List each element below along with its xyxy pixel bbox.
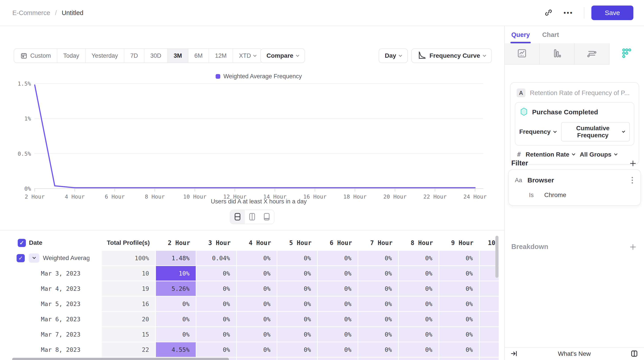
more-options-button[interactable]: ••• xyxy=(560,6,577,20)
range-button-6m[interactable]: 6M xyxy=(188,49,209,62)
frequency-dropdown[interactable]: Frequency xyxy=(519,128,556,135)
filter-value[interactable]: Chrome xyxy=(544,192,566,198)
topbar-divider xyxy=(584,7,584,18)
retention-value-cell: 0% xyxy=(318,281,358,296)
retention-value-cell: 0% xyxy=(196,296,237,312)
layout-split-horizontal-button[interactable] xyxy=(230,210,245,224)
measure-dropdown[interactable]: Retention Rate xyxy=(526,151,575,158)
table-horizontal-scrollbar[interactable] xyxy=(12,358,229,360)
retention-table: ✓DateTotal Profile(s)2 Hour3 Hour4 Hour5… xyxy=(16,235,499,360)
retention-value-cell: 0% xyxy=(439,281,480,296)
query-sidebar: Query Chart xyxy=(505,26,644,360)
retention-value-cell: 0% xyxy=(480,281,499,296)
toggle-panel-button[interactable] xyxy=(630,350,638,358)
retention-value-cell: 0% xyxy=(156,296,196,312)
retention-value-cell: 0% xyxy=(277,251,318,266)
retention-value-cell: 0% xyxy=(156,312,196,327)
breadcrumb-project[interactable]: E-Commerce xyxy=(12,9,50,16)
range-button-today[interactable]: Today xyxy=(57,49,86,62)
query-step-header[interactable]: A Retention Rate of Frequency of P... xyxy=(515,88,634,102)
layout-bottom-panel-button[interactable] xyxy=(260,210,274,224)
breadcrumb-report-title[interactable]: Untitled xyxy=(62,9,84,16)
report-controls: CustomTodayYesterday7D30D3M6M12MXTD Comp… xyxy=(0,48,504,63)
expand-row-button[interactable] xyxy=(29,254,39,263)
breadcrumb-separator: / xyxy=(55,9,57,16)
chevron-down-icon xyxy=(614,152,618,156)
table-vertical-scrollbar[interactable] xyxy=(496,236,498,278)
svg-text:0.5%: 0.5% xyxy=(18,150,31,157)
save-button[interactable]: Save xyxy=(591,6,634,20)
kebab-menu-icon[interactable] xyxy=(630,176,634,185)
chart-type-bar-tab[interactable] xyxy=(540,43,574,64)
chart-type-retention-tab[interactable] xyxy=(610,43,644,64)
retention-value-cell: 0% xyxy=(318,342,358,358)
range-button-12m[interactable]: 12M xyxy=(209,49,233,62)
query-step-card: A Retention Rate of Frequency of P... Pu… xyxy=(510,82,639,165)
row-checkbox-checked[interactable]: ✓ xyxy=(16,254,25,262)
column-header-total-profile-s-: Total Profile(s) xyxy=(102,235,156,251)
retention-value-cell: 0% xyxy=(399,281,439,296)
retention-value-cell: 0% xyxy=(318,296,358,312)
filter-card[interactable]: Aa Browser Is Chrome xyxy=(508,170,641,206)
retention-value-cell: 0% xyxy=(156,327,196,342)
range-button-7d[interactable]: 7D xyxy=(124,49,144,62)
tab-chart[interactable]: Chart xyxy=(542,26,559,43)
chart-legend: Weighted Average Frequency xyxy=(34,73,483,80)
range-button-custom[interactable]: Custom xyxy=(14,49,57,62)
retention-value-cell: 0% xyxy=(277,312,318,327)
date-cell: Mar 3, 2023 xyxy=(16,266,102,281)
range-button-yesterday[interactable]: Yesterday xyxy=(86,49,124,62)
retention-value-cell: 1.48% xyxy=(156,251,196,266)
granularity-label: Day xyxy=(385,52,396,59)
layout-split-vertical-button[interactable] xyxy=(245,210,260,224)
chart-type-flow-tab[interactable] xyxy=(574,43,610,64)
retention-dots-icon xyxy=(621,48,633,60)
table-body: ✓Weighted Average ...100%1.48%0.04%0%0%0… xyxy=(16,251,499,360)
retention-value-cell xyxy=(277,358,318,360)
retention-value-cell: 0% xyxy=(237,296,277,312)
collapse-sidebar-button[interactable] xyxy=(510,350,518,358)
frequency-line-chart[interactable]: 0%0.5%1%1.5%2 Hour4 Hour6 Hour8 Hour10 H… xyxy=(0,80,504,204)
retention-value-cell xyxy=(318,358,358,360)
retention-value-cell: 0% xyxy=(399,296,439,312)
line-chart-icon xyxy=(516,48,528,60)
filter-property-row: Aa Browser xyxy=(515,176,634,185)
range-button-3m[interactable]: 3M xyxy=(168,49,188,62)
cumulative-frequency-label: Cumulative Frequency xyxy=(566,125,620,139)
tab-query[interactable]: Query xyxy=(511,26,530,43)
legend-swatch xyxy=(216,74,220,79)
copy-link-button[interactable] xyxy=(540,6,557,20)
retention-value-cell: 0% xyxy=(196,266,237,281)
retention-value-cell: 0% xyxy=(318,266,358,281)
filter-operator[interactable]: Is xyxy=(529,192,534,198)
retention-value-cell: 0% xyxy=(399,266,439,281)
bottom-panel-icon xyxy=(262,212,271,222)
compare-button[interactable]: Compare xyxy=(260,48,305,63)
add-filter-button[interactable] xyxy=(628,159,638,168)
range-button-30d[interactable]: 30D xyxy=(144,49,168,62)
retention-value-cell: 0% xyxy=(399,251,439,266)
add-breakdown-button[interactable] xyxy=(628,242,638,252)
groups-dropdown[interactable]: All Groups xyxy=(580,151,617,158)
retention-value-cell xyxy=(237,358,277,360)
chart-style-dropdown[interactable]: Frequency Curve xyxy=(411,48,492,63)
row-checkbox-checked[interactable]: ✓ xyxy=(18,239,26,247)
whats-new-link[interactable]: What's New xyxy=(505,350,644,357)
panel-layout-icon xyxy=(630,350,638,358)
table-row: Mar 8, 2023224.55%0%0%0%0%0%0%0%0% xyxy=(16,342,499,358)
total-profiles-cell: 15 xyxy=(102,327,156,342)
event-selector[interactable]: Purchase Completed xyxy=(519,106,630,122)
retention-value-cell: 0% xyxy=(318,251,358,266)
retention-value-cell: 0% xyxy=(439,296,480,312)
retention-value-cell: 0% xyxy=(399,327,439,342)
granularity-dropdown[interactable]: Day xyxy=(378,48,408,63)
plus-icon xyxy=(629,243,637,252)
retention-value-cell: 0% xyxy=(480,296,499,312)
cumulative-frequency-dropdown[interactable]: Cumulative Frequency xyxy=(561,122,630,142)
date-cell: Mar 5, 2023 xyxy=(16,296,102,312)
chart-type-line-tab[interactable] xyxy=(505,43,540,64)
filter-property-name: Browser xyxy=(528,176,554,184)
property-type-icon: Aa xyxy=(515,177,522,184)
range-button-xtd[interactable]: XTD xyxy=(233,49,262,62)
retention-value-cell: 0% xyxy=(358,251,399,266)
